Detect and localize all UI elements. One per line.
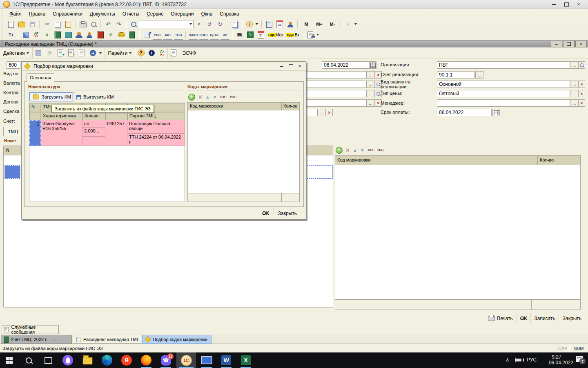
memory-m-button[interactable]: M [300,20,312,29]
doc-minimize-button[interactable] [551,41,562,47]
dialog-minimize-button[interactable] [277,63,286,70]
sales-account-field[interactable]: 90.1.1 [437,71,474,79]
search-icon[interactable] [129,20,138,29]
codes-moveup-icon[interactable]: ▲ [353,148,357,153]
actions-button[interactable]: Действия [0,49,32,57]
goto-button[interactable]: Перейти [105,49,135,57]
help-icon[interactable]: ? [136,48,146,58]
person-icon[interactable] [85,30,94,40]
taskbar-search-button[interactable] [20,352,38,368]
start-button[interactable] [0,352,18,368]
search-input[interactable] [139,20,194,28]
codes-delete-icon[interactable]: ✕ [345,147,350,153]
open-icon[interactable] [17,20,27,29]
doc-dtkt-icon[interactable]: Дт Кт [157,48,167,58]
dialog-ok-button[interactable]: ОК [258,210,273,217]
menu-reports[interactable]: Отчеты [119,10,143,18]
eschf-button[interactable]: ЭСЧФ [179,49,199,57]
codes-sort-asc-icon[interactable]: АЯ↓ [368,148,374,152]
remote-desktop-icon[interactable] [198,352,216,368]
ceh1-doc-icon[interactable]: ЦЕХ1 [209,30,219,40]
print-icon[interactable] [78,20,88,29]
search-next-icon[interactable]: ↻ [215,20,225,29]
menu-edit[interactable]: Правка [25,10,49,18]
battery-icon[interactable] [515,358,523,362]
codes-sort-desc-icon[interactable]: ЯА↓ [377,148,384,152]
unload-km-button[interactable]: Выгрузить КМ [72,92,117,101]
undo-icon[interactable]: ↶ [103,20,113,29]
cabinet-icon[interactable] [95,30,105,40]
report-dropdown-icon[interactable] [316,34,319,36]
edge-icon[interactable] [98,352,116,368]
copy-new-icon[interactable]: + [56,48,65,58]
dialog-tab-main[interactable]: Основная [27,73,54,82]
file-explorer-icon[interactable] [78,352,96,368]
variant-kind-clear-button[interactable]: × [578,81,585,88]
yandex-browser-icon[interactable]: Я [118,352,136,368]
manager-select-button[interactable]: ... [570,99,578,107]
variant-kind-select-button[interactable]: ... [570,81,578,88]
app-minimize-button[interactable] [548,1,560,8]
nom-row-supplier[interactable]: Поставщик Польша овощи [127,120,185,134]
excel-icon[interactable]: X [237,352,255,368]
menu-documents[interactable]: Документы [86,10,119,18]
nom-row-number[interactable]: 1 [29,120,41,146]
menu-help[interactable]: Справка [216,10,243,18]
search-prev-icon[interactable]: ↺ [205,20,214,29]
task-view-button[interactable] [39,352,57,368]
info-icon[interactable]: i [245,20,254,29]
nds-in-icon[interactable]: НДСВх [285,30,301,40]
dtkt-journal-icon[interactable]: Дт Кт [31,30,41,40]
tt-settings-icon[interactable]: Тт [6,30,16,40]
new-document-icon[interactable] [6,20,16,29]
info-dropdown-icon[interactable] [256,23,258,25]
nom-row-name[interactable]: Шина Goodyear R16 255*55 [41,120,82,146]
nomenclature-table[interactable]: N ТМЦ Характеристика ... Кол-во Партия Т… [29,103,185,202]
organization-search-button[interactable] [578,61,585,69]
dialog-maximize-button[interactable] [286,63,295,70]
mid-field-3-select-button[interactable]: ... [367,90,375,97]
excel-report-icon[interactable]: ✎ [245,30,255,40]
mdi-tab-uchet[interactable]: Учет ТМЦ: 2022 г. - ... [1,335,72,344]
dialog-codes-delete-icon[interactable]: ✕ [198,94,203,100]
structure-icon[interactable] [21,30,31,40]
chart-accounts-icon[interactable]: ⍦ [42,30,52,40]
app-restore-button[interactable] [560,1,572,8]
menu-references[interactable]: Справочники [49,10,86,18]
dialog-close-btn[interactable]: Закрыть [274,210,301,217]
employees-icon[interactable] [74,30,84,40]
mdi-tab-nakladnaya[interactable]: Расходная накладная ТМЦ ... [73,335,141,344]
search-dropdown-icon[interactable] [189,23,192,25]
nakl-doc-icon[interactable]: НАКЛ [188,30,198,40]
copy-windows-icon[interactable] [230,20,240,29]
dialog-codes-sort-desc-icon[interactable]: ЯА↓ [230,95,237,99]
calculator-icon[interactable] [264,20,274,29]
tray-language[interactable]: РУС [527,357,537,363]
dialog-codes-movedown-icon[interactable]: ▼ [213,94,217,99]
variant-kind-field[interactable]: Основной [437,81,570,88]
cart-icon[interactable]: ⛟ [235,30,245,40]
money-icon[interactable] [116,30,126,40]
exit-door-icon[interactable] [127,30,137,40]
word-icon[interactable]: W [217,352,235,368]
onec-taskbar-icon[interactable]: 1С [176,352,196,368]
unload-icon[interactable]: ▲ [77,48,87,58]
service-messages-tab[interactable]: Служебные сообщения [2,325,59,334]
manager-field[interactable] [437,99,570,107]
dialog-codes-add-icon[interactable]: + [188,94,195,101]
tray-clock[interactable]: 9:27 06.04.2022 [540,354,573,366]
dialog-close-button[interactable]: × [295,63,304,70]
nom-row-gtin[interactable]: 0481257... [105,120,127,146]
doc-info-icon[interactable]: i [147,48,156,58]
nds-out-icon[interactable]: НДСИсх [267,30,284,40]
tray-chevron-icon[interactable]: ∧ [506,357,510,363]
load-icon[interactable]: ▼ [66,48,76,58]
cut-icon[interactable]: ✂ [42,20,52,29]
menu-service[interactable]: Сервис [143,10,167,18]
calendar-check-icon[interactable]: 31 [256,30,266,40]
menu-operations[interactable]: Операции [167,10,197,18]
codes-main-table[interactable]: Код маркировки Кол-во [335,155,581,310]
close-button[interactable]: Закрыть [559,315,585,322]
price-type-clear-button[interactable]: × [578,90,585,97]
load-km-button[interactable]: Загрузить КМ [29,92,74,101]
